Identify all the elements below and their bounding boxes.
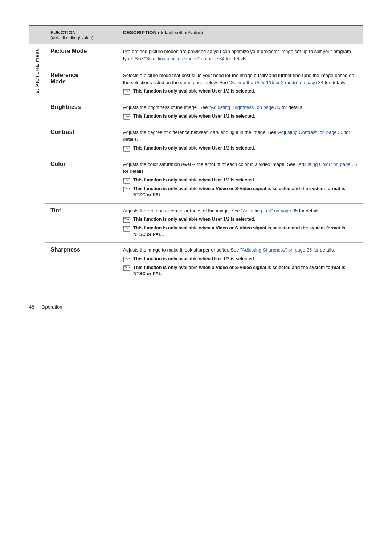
header-sidebar-cell <box>29 26 45 44</box>
reference-mode-link[interactable]: "Setting the User 1/User 2 mode" on page… <box>229 80 323 85</box>
note-icon <box>123 146 131 152</box>
picture-mode-label: Picture Mode <box>50 48 87 54</box>
reference-mode-desc: Selects a picture mode that best suits y… <box>123 72 358 86</box>
reference-mode-label: ReferenceMode <box>50 72 78 85</box>
function-title: FUNCTION <box>50 30 113 35</box>
description-title: DESCRIPTION <box>123 30 156 35</box>
note-icon <box>123 256 131 263</box>
note-text: This function is only available when Use… <box>133 113 255 120</box>
tint-desc: Adjusts the red and green color tones of… <box>123 207 358 215</box>
tint-text2: for details. <box>298 208 321 213</box>
contrast-label: Contrast <box>50 129 74 135</box>
reference-mode-note1: This function is only available when Use… <box>123 88 358 95</box>
function-cell-tint: Tint <box>45 203 118 243</box>
color-link[interactable]: "Adjusting Color" on page 35 <box>297 162 357 167</box>
color-label: Color <box>50 161 66 167</box>
page-footer: 48 Operation <box>29 304 363 310</box>
note-text: This function is only available when a V… <box>133 186 358 199</box>
function-cell-picture-mode: Picture Mode <box>45 44 118 68</box>
brightness-desc: Adjusts the brightness of the image. See… <box>123 104 358 111</box>
note-text: This function is only available when Use… <box>133 177 255 184</box>
description-cell-tint: Adjusts the red and green color tones of… <box>118 203 363 243</box>
brightness-text1: Adjusts the brightness of the image. See <box>123 105 209 110</box>
note-text: This function is only available when a V… <box>133 225 358 238</box>
note-icon <box>123 89 131 95</box>
brightness-note1: This function is only available when Use… <box>123 113 358 120</box>
contrast-text1: Adjusts the degree of difference between… <box>123 130 277 135</box>
tint-text1: Adjusts the red and green color tones of… <box>123 208 241 213</box>
contrast-note1: This function is only available when Use… <box>123 145 358 152</box>
table-row: Color Adjusts the color saturation level… <box>29 157 363 203</box>
description-cell-color: Adjusts the color saturation level -- th… <box>118 157 363 203</box>
picture-mode-text2: for details. <box>225 56 248 61</box>
table-header-row: FUNCTION (default setting/ value) DESCRI… <box>29 26 363 44</box>
table-row: Brightness Adjusts the brightness of the… <box>29 100 363 125</box>
description-cell-picture-mode: Pre-defined picture modes are provided s… <box>118 44 363 68</box>
color-note2: This function is only available when a V… <box>123 186 358 199</box>
tint-note2: This function is only available when a V… <box>123 225 358 238</box>
note-text: This function is only available when a V… <box>133 265 358 277</box>
sharpness-note1: This function is only available when Use… <box>123 256 358 263</box>
contrast-link[interactable]: "Adjusting Contrast" on page 35 <box>277 130 343 135</box>
color-text1: Adjusts the color saturation level -- th… <box>123 162 297 167</box>
picture-mode-desc: Pre-defined picture modes are provided s… <box>123 48 358 62</box>
note-icon <box>123 265 131 272</box>
description-cell-brightness: Adjusts the brightness of the image. See… <box>118 100 363 125</box>
header-function-cell: FUNCTION (default setting/ value) <box>45 26 118 44</box>
table-row: Contrast Adjusts the degree of differenc… <box>29 125 363 157</box>
note-text: This function is only available when Use… <box>133 256 255 262</box>
brightness-label: Brightness <box>50 104 81 110</box>
note-text: This function is only available when Use… <box>133 88 255 95</box>
table-row: 2. PICTURE menu Picture Mode Pre-defined… <box>29 44 363 68</box>
note-icon <box>123 217 131 223</box>
contrast-desc: Adjusts the degree of difference between… <box>123 129 358 143</box>
sharpness-note2: This function is only available when a V… <box>123 265 358 277</box>
sharpness-label: Sharpness <box>50 246 80 253</box>
note-icon <box>123 225 131 232</box>
color-note1: This function is only available when Use… <box>123 177 358 184</box>
description-cell-contrast: Adjusts the degree of difference between… <box>118 125 363 157</box>
table-row: Tint Adjusts the red and green color ton… <box>29 203 363 243</box>
page-number: 48 <box>29 304 34 310</box>
tint-label: Tint <box>50 207 61 213</box>
function-subtitle: (default setting/ value) <box>50 35 113 40</box>
function-cell-sharpness: Sharpness <box>45 243 118 282</box>
reference-mode-text2: for details. <box>323 80 347 85</box>
main-table: FUNCTION (default setting/ value) DESCRI… <box>29 25 363 282</box>
note-icon <box>123 114 131 120</box>
sharpness-text2: for details. <box>312 247 335 253</box>
color-text2: for details. <box>123 168 145 174</box>
sharpness-desc: Adjusts the image to make it look sharpe… <box>123 246 358 254</box>
description-cell-reference-mode: Selects a picture mode that best suits y… <box>118 68 363 100</box>
function-cell-brightness: Brightness <box>45 100 118 125</box>
color-desc: Adjusts the color saturation level -- th… <box>123 161 358 175</box>
description-subtitle: (default setting/value) <box>156 30 203 35</box>
note-text: This function is only available when Use… <box>133 145 255 152</box>
brightness-text2: for details. <box>280 105 303 110</box>
function-cell-contrast: Contrast <box>45 125 118 157</box>
table-row: ReferenceMode Selects a picture mode tha… <box>29 68 363 100</box>
header-description-cell: DESCRIPTION (default setting/value) <box>118 26 363 44</box>
tint-note1: This function is only available when Use… <box>123 216 358 223</box>
function-cell-color: Color <box>45 157 118 203</box>
brightness-link[interactable]: "Adjusting Brightness" on page 35 <box>209 105 280 110</box>
function-cell-reference-mode: ReferenceMode <box>45 68 118 100</box>
note-text: This function is only available when Use… <box>133 216 255 223</box>
sidebar-label-cell: 2. PICTURE menu <box>29 44 45 282</box>
note-icon <box>123 186 131 193</box>
footer-section: Operation <box>41 304 62 310</box>
page-wrapper: FUNCTION (default setting/ value) DESCRI… <box>29 22 363 310</box>
table-row: Sharpness Adjusts the image to make it l… <box>29 243 363 282</box>
note-icon <box>123 177 131 184</box>
sidebar-label: 2. PICTURE menu <box>34 48 40 93</box>
picture-mode-link[interactable]: "Selecting a picture mode" on page 34 <box>144 56 225 61</box>
sharpness-link[interactable]: "Adjusting Sharpness" on page 35 <box>240 247 312 253</box>
sharpness-text1: Adjusts the image to make it look sharpe… <box>123 247 240 253</box>
tint-link[interactable]: "Adjusting Tint" on page 35 <box>241 208 298 213</box>
description-cell-sharpness: Adjusts the image to make it look sharpe… <box>118 243 363 282</box>
